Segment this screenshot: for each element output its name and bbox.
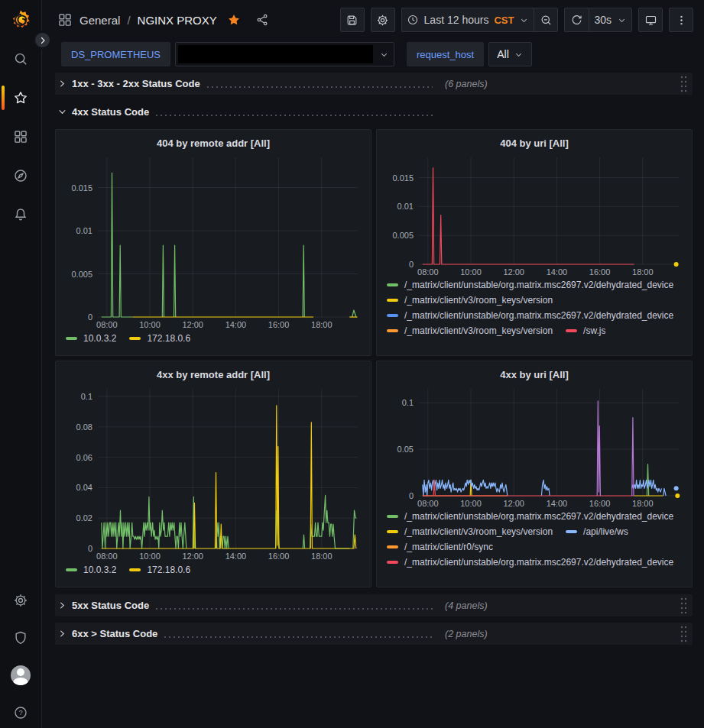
- legend-swatch: [566, 329, 577, 332]
- chevron-right-icon: [58, 629, 67, 638]
- grafana-logo[interactable]: [8, 7, 34, 33]
- svg-text:08:00: 08:00: [96, 320, 118, 329]
- legend-label: /_matrix/client/unstable/org.matrix.msc2…: [404, 280, 673, 290]
- svg-text:0.01: 0.01: [397, 202, 414, 211]
- sidebar-item-configuration[interactable]: [0, 591, 41, 610]
- search-icon[interactable]: [0, 50, 41, 68]
- sidebar-item-explore[interactable]: [0, 167, 41, 185]
- panel-title[interactable]: 404 by uri [All]: [384, 134, 685, 153]
- panel-title[interactable]: 4xx by remote addr [All]: [63, 365, 364, 384]
- sidebar: ?: [0, 0, 42, 728]
- main-area: General / NGINX PROXY Last 12 hours CST: [42, 0, 704, 728]
- svg-text:0.005: 0.005: [71, 270, 92, 279]
- legend-label: /_matrix/client/v3/room_keys/version: [404, 526, 553, 537]
- row-drag-handle[interactable]: [680, 597, 688, 615]
- save-dashboard-button[interactable]: [340, 8, 365, 32]
- sidebar-item-server-admin[interactable]: [0, 629, 41, 647]
- row-panel-count: (4 panels): [445, 600, 488, 611]
- navbar: General / NGINX PROXY Last 12 hours CST: [42, 0, 704, 40]
- svg-text:0.1: 0.1: [402, 398, 414, 407]
- svg-text:14:00: 14:00: [547, 267, 568, 277]
- breadcrumb-folder[interactable]: General: [79, 14, 120, 27]
- legend-swatch: [387, 515, 398, 518]
- dashboard-settings-button[interactable]: [371, 8, 395, 32]
- refresh-interval-label: 30s: [594, 14, 612, 26]
- svg-text:14:00: 14:00: [225, 320, 247, 329]
- variables-bar: DS_PROMETHEUS request_host All: [42, 40, 704, 69]
- row-drag-handle[interactable]: [680, 75, 688, 93]
- legend-item[interactable]: 172.18.0.6: [129, 565, 190, 575]
- legend-item[interactable]: /_matrix/client/unstable/org.matrix.msc2…: [387, 511, 673, 522]
- legend-item[interactable]: /sw.js: [566, 325, 605, 336]
- legend-item[interactable]: 10.0.3.2: [66, 333, 116, 344]
- chart-canvas[interactable]: 08:0010:0012:0014:0016:0018:0000.020.040…: [63, 384, 364, 562]
- svg-text:08:00: 08:00: [96, 552, 118, 561]
- panel-title[interactable]: 4xx by uri [All]: [384, 365, 685, 384]
- legend: /_matrix/client/unstable/org.matrix.msc2…: [384, 280, 685, 350]
- svg-text:12:00: 12:00: [182, 320, 203, 329]
- sidebar-expand-button[interactable]: [33, 31, 52, 50]
- legend-swatch: [566, 530, 577, 533]
- legend-swatch: [66, 568, 77, 571]
- legend-item[interactable]: /_matrix/client/v3/room_keys/version: [387, 526, 553, 537]
- time-picker-group: Last 12 hours CST: [401, 8, 559, 32]
- svg-text:18:00: 18:00: [632, 267, 654, 277]
- dashboard-title[interactable]: NGINX PROXY: [138, 14, 217, 27]
- legend-item[interactable]: /_matrix/client/r0/sync: [387, 542, 493, 552]
- row-1xx-3xx-2xx[interactable]: 1xx - 3xx - 2xx Status Code (6 panels): [55, 73, 693, 95]
- legend-swatch: [129, 568, 141, 571]
- avatar[interactable]: [11, 665, 31, 685]
- panel-title[interactable]: 404 by remote addr [All]: [63, 134, 364, 153]
- legend-item[interactable]: /api/live/ws: [566, 526, 628, 537]
- sidebar-item-alerting[interactable]: [0, 205, 41, 224]
- dotted-leader: [206, 85, 433, 88]
- legend-item[interactable]: 172.18.0.6: [129, 333, 190, 344]
- legend-swatch: [387, 283, 398, 286]
- legend-label: /sw.js: [583, 325, 605, 336]
- dotted-leader: [154, 607, 433, 610]
- kebab-menu-icon[interactable]: [669, 8, 693, 32]
- legend-item[interactable]: 10.0.3.2: [66, 565, 116, 575]
- svg-text:0.015: 0.015: [392, 173, 414, 183]
- row-5xx[interactable]: 5xx Status Code (4 panels): [55, 594, 693, 616]
- variable-label-ds-prometheus: DS_PROMETHEUS: [61, 42, 170, 66]
- chart-canvas[interactable]: 08:0010:0012:0014:0016:0018:0000.0050.01…: [63, 153, 364, 331]
- row-6xx[interactable]: 6xx > Status Code (2 panels): [55, 623, 693, 645]
- svg-text:12:00: 12:00: [503, 267, 524, 277]
- star-icon[interactable]: [227, 13, 241, 27]
- chevron-down-icon: [519, 15, 529, 25]
- svg-text:16:00: 16:00: [589, 499, 611, 508]
- row-drag-handle[interactable]: [680, 625, 688, 643]
- legend-swatch: [387, 329, 398, 332]
- chart-canvas[interactable]: 08:0010:0012:0014:0016:0018:0000.050.1: [384, 384, 685, 510]
- legend-item[interactable]: /_matrix/client/v3/room_keys/version: [387, 295, 553, 306]
- help-icon[interactable]: ?: [0, 704, 41, 722]
- legend-item[interactable]: /_matrix/client/unstable/org.matrix.msc2…: [387, 557, 673, 568]
- svg-text:0: 0: [409, 491, 414, 500]
- datasource-select[interactable]: [175, 42, 394, 66]
- user-avatar[interactable]: [0, 666, 41, 684]
- legend-item[interactable]: /_matrix/client/v3/room_keys/version: [387, 325, 553, 336]
- row-title: 6xx > Status Code: [72, 628, 157, 639]
- svg-text:0: 0: [88, 544, 92, 553]
- zoom-out-time-button[interactable]: [534, 8, 558, 32]
- sidebar-item-dashboards[interactable]: [0, 128, 41, 146]
- request-host-select[interactable]: All: [488, 42, 532, 66]
- legend-item[interactable]: /_matrix/client/unstable/org.matrix.msc2…: [387, 280, 673, 290]
- refresh-button[interactable]: [564, 8, 589, 32]
- legend-label: /_matrix/client/unstable/org.matrix.msc2…: [404, 557, 673, 568]
- time-range-picker[interactable]: Last 12 hours CST: [401, 8, 534, 32]
- share-icon[interactable]: [255, 13, 269, 27]
- sidebar-item-starred[interactable]: [0, 89, 41, 107]
- chart-canvas[interactable]: 08:0010:0012:0014:0016:0018:0000.0050.01…: [384, 153, 685, 278]
- tv-mode-button[interactable]: [638, 8, 663, 32]
- svg-text:0.005: 0.005: [392, 231, 414, 240]
- svg-text:0.01: 0.01: [76, 226, 92, 235]
- dotted-leader: [163, 635, 433, 638]
- legend-item[interactable]: /_matrix/client/unstable/org.matrix.msc2…: [387, 310, 673, 321]
- svg-text:08:00: 08:00: [417, 267, 439, 277]
- row-4xx[interactable]: 4xx Status Code: [55, 101, 693, 123]
- dashboard-content: 1xx - 3xx - 2xx Status Code (6 panels) 4…: [42, 69, 704, 728]
- svg-text:0.015: 0.015: [71, 183, 92, 193]
- refresh-interval-picker[interactable]: 30s: [589, 8, 632, 32]
